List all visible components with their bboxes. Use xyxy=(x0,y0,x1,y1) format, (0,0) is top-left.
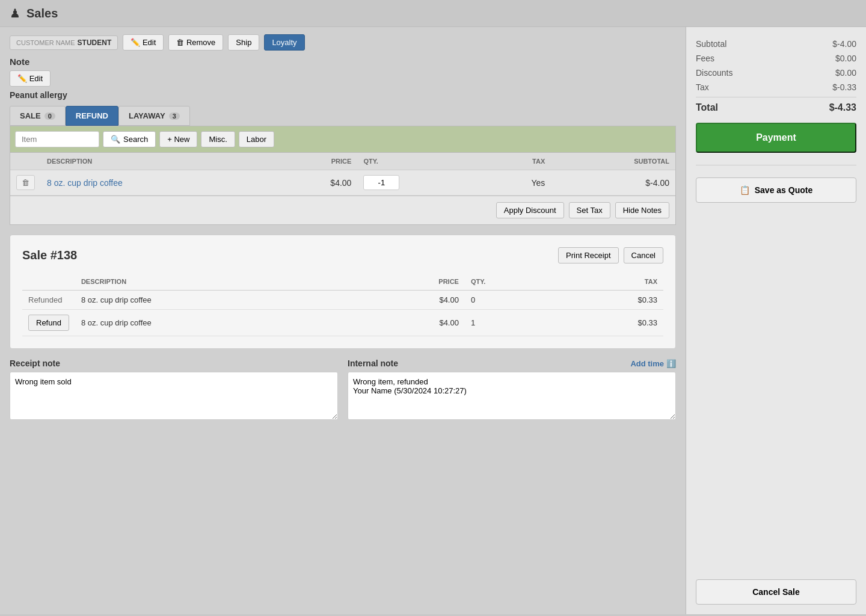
tax-value: $-0.33 xyxy=(832,82,856,92)
cancel-receipt-button[interactable]: Cancel xyxy=(624,247,663,263)
fees-value: $0.00 xyxy=(835,54,856,63)
tab-sale[interactable]: SALE 0 xyxy=(10,106,66,126)
sale-items-table: DESCRIPTION PRICE QTY. TAX Refunded 8 oz… xyxy=(22,273,663,336)
sale-number: Sale #138 xyxy=(22,248,77,262)
summary-total: Total $-4.33 xyxy=(696,97,856,116)
row-label-refunded: Refunded xyxy=(22,291,75,310)
items-table: DESCRIPTION PRICE QTY. TAX SUBTOTAL 🗑 xyxy=(10,153,675,196)
sale-col-tax: TAX xyxy=(556,273,663,291)
remove-customer-button[interactable]: 🗑 Remove xyxy=(168,34,223,51)
note-title: Note xyxy=(10,57,676,67)
qty-input[interactable] xyxy=(363,175,399,190)
tab-layaway-label: LAYAWAY xyxy=(129,111,165,120)
sale-row-1-tax: $0.33 xyxy=(556,291,663,310)
col-description: DESCRIPTION xyxy=(41,153,271,170)
sale-row-1-qty: 0 xyxy=(465,291,556,310)
edit-customer-button[interactable]: ✏️ Edit xyxy=(123,34,164,51)
customer-tag: CUSTOMER NAME STUDENT xyxy=(10,35,118,50)
summary-discounts: Discounts $0.00 xyxy=(696,66,856,80)
app-title: Sales xyxy=(26,7,58,20)
labor-button[interactable]: Labor xyxy=(239,131,274,147)
item-bar: 🔍 Search + New Misc. Labor xyxy=(10,126,676,153)
new-button[interactable]: + New xyxy=(159,131,197,147)
summary-section: Subtotal $-4.00 Fees $0.00 Discounts $0.… xyxy=(696,37,856,116)
sale-row-1-price: $4.00 xyxy=(355,291,465,310)
customer-value: STUDENT xyxy=(78,38,112,47)
tab-bar: SALE 0 REFUND LAYAWAY 3 xyxy=(10,106,676,126)
sale-table-row-2: Refund 8 oz. cup drip coffee $4.00 1 $0.… xyxy=(22,310,663,336)
note-text: Peanut allergy xyxy=(10,90,676,100)
note-section: Note ✏️ Edit Peanut allergy xyxy=(10,57,676,100)
tab-refund[interactable]: REFUND xyxy=(66,106,118,126)
col-tax: TAX xyxy=(484,153,551,170)
misc-button[interactable]: Misc. xyxy=(201,131,235,147)
save-quote-label: Save as Quote xyxy=(755,185,813,195)
sale-col-description: DESCRIPTION xyxy=(75,273,355,291)
save-quote-button[interactable]: 📋 Save as Quote xyxy=(696,177,856,203)
refund-button[interactable]: Refund xyxy=(28,315,69,331)
col-qty: QTY. xyxy=(357,153,484,170)
total-value: $-4.33 xyxy=(829,102,856,113)
info-icon: ℹ️ xyxy=(666,359,676,368)
summary-subtotal: Subtotal $-4.00 xyxy=(696,37,856,51)
internal-note-textarea[interactable]: Wrong item, refunded Your Name (5/30/202… xyxy=(348,372,676,420)
sale-row-2-price: $4.00 xyxy=(355,310,465,336)
receipt-note-title: Receipt note xyxy=(10,359,338,368)
hide-notes-button[interactable]: Hide Notes xyxy=(615,202,669,218)
search-icon: 🔍 xyxy=(111,135,120,144)
apply-discount-button[interactable]: Apply Discount xyxy=(496,202,564,218)
item-price: $4.00 xyxy=(271,170,357,196)
col-subtotal: SUBTOTAL xyxy=(551,153,675,170)
item-subtotal: $-4.00 xyxy=(551,170,675,196)
fees-label: Fees xyxy=(696,54,714,63)
cancel-sale-button[interactable]: Cancel Sale xyxy=(696,579,856,605)
tab-sale-label: SALE xyxy=(20,111,41,120)
search-button[interactable]: 🔍 Search xyxy=(103,131,156,147)
sale-card-header: Sale #138 Print Receipt Cancel xyxy=(22,247,663,263)
tab-layaway[interactable]: LAYAWAY 3 xyxy=(118,106,190,126)
item-description-link[interactable]: 8 oz. cup drip coffee xyxy=(47,178,123,188)
add-time-button[interactable]: Add time ℹ️ xyxy=(630,359,676,368)
item-input[interactable] xyxy=(15,131,99,147)
payment-button[interactable]: Payment xyxy=(696,123,856,153)
tab-layaway-badge: 3 xyxy=(169,112,180,120)
sale-row-2-tax: $0.33 xyxy=(556,310,663,336)
receipt-note-block: Receipt note Wrong item sold xyxy=(10,359,338,422)
tab-sale-badge: 0 xyxy=(45,112,55,120)
sale-row-2-qty: 1 xyxy=(465,310,556,336)
search-label: Search xyxy=(123,135,148,144)
set-tax-button[interactable]: Set Tax xyxy=(569,202,610,218)
item-tax: Yes xyxy=(484,170,551,196)
subtotal-value: $-4.00 xyxy=(832,39,856,49)
tab-section: SALE 0 REFUND LAYAWAY 3 🔍 Search + Ne xyxy=(10,106,676,225)
sale-card: Sale #138 Print Receipt Cancel DESCRIPTI… xyxy=(10,235,676,349)
table-row: 🗑 8 oz. cup drip coffee $4.00 Yes $-4.00 xyxy=(10,170,675,196)
tab-refund-label: REFUND xyxy=(76,111,108,120)
save-quote-icon: 📋 xyxy=(740,185,750,195)
col-price: PRICE xyxy=(271,153,357,170)
customer-label: CUSTOMER NAME xyxy=(16,39,75,46)
sale-col-price: PRICE xyxy=(355,273,465,291)
edit-note-button[interactable]: ✏️ Edit xyxy=(10,70,51,87)
left-panel: CUSTOMER NAME STUDENT ✏️ Edit 🗑 Remove S… xyxy=(0,27,686,614)
loyalty-button[interactable]: Loyalty xyxy=(264,34,304,51)
summary-fees: Fees $0.00 xyxy=(696,51,856,66)
notes-row: Receipt note Wrong item sold Internal no… xyxy=(10,359,676,422)
items-table-container: DESCRIPTION PRICE QTY. TAX SUBTOTAL 🗑 xyxy=(10,153,676,196)
ship-button[interactable]: Ship xyxy=(228,34,259,51)
receipt-note-textarea[interactable]: Wrong item sold xyxy=(10,372,338,420)
right-panel: Subtotal $-4.00 Fees $0.00 Discounts $0.… xyxy=(686,27,866,614)
subtotal-label: Subtotal xyxy=(696,39,726,49)
discounts-label: Discounts xyxy=(696,68,732,78)
discounts-value: $0.00 xyxy=(835,68,856,78)
print-receipt-button[interactable]: Print Receipt xyxy=(558,247,618,263)
sale-table-row-1: Refunded 8 oz. cup drip coffee $4.00 0 $… xyxy=(22,291,663,310)
summary-tax: Tax $-0.33 xyxy=(696,80,856,94)
sale-row-2-description: 8 oz. cup drip coffee xyxy=(75,310,355,336)
sale-card-actions: Print Receipt Cancel xyxy=(558,247,663,263)
internal-note-block: Internal note Add time ℹ️ Wrong item, re… xyxy=(348,359,676,422)
sale-col-qty: QTY. xyxy=(465,273,556,291)
app-header: ♟ Sales xyxy=(0,0,866,27)
customer-bar: CUSTOMER NAME STUDENT ✏️ Edit 🗑 Remove S… xyxy=(10,34,676,51)
delete-item-button[interactable]: 🗑 xyxy=(16,175,35,190)
